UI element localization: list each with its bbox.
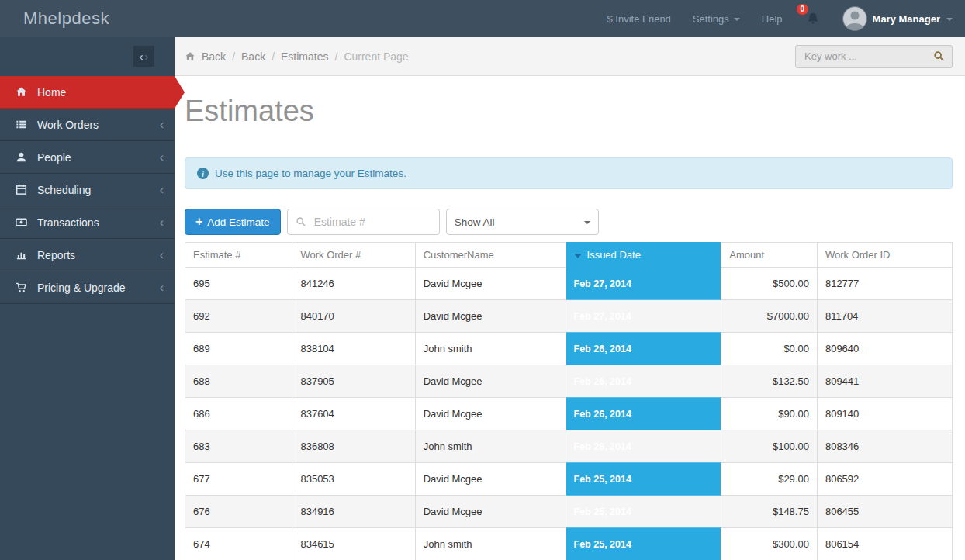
column-header-customername[interactable]: CustomerName [415,243,566,268]
toolbar: + Add Estimate Show All [185,209,953,235]
table-cell: $132.50 [721,365,818,398]
sidebar-item-reports[interactable]: Reports‹ [0,239,175,271]
info-icon: i [197,168,209,179]
info-alert: i Use this page to manage your Estimates… [185,157,953,189]
sidebar-item-pricing-upgrade[interactable]: Pricing & Upgrade‹ [0,271,175,304]
main-content: Back/Back/Estimates/Current Page Estimat… [175,37,965,560]
table-cell: John smith [415,528,566,560]
table-cell: 809140 [817,398,952,430]
table-row[interactable]: 683836808John smithFeb 26, 2014$100.0080… [185,430,953,463]
chevron-down-icon [946,18,953,21]
chevron-left-icon: ‹ [160,151,164,164]
column-header-issued-date[interactable]: Issued Date [566,243,721,268]
transactions-icon [16,216,29,228]
table-cell: 692 [185,300,292,333]
sidebar-item-transactions[interactable]: Transactions‹ [0,206,175,239]
brand-logo[interactable]: Mhelpdesk [23,9,109,29]
sidebar-item-people[interactable]: People‹ [0,141,175,174]
column-header-amount[interactable]: Amount [721,243,818,268]
table-cell: David Mcgee [415,365,566,398]
chevron-down-icon [734,18,740,21]
column-header-work-order[interactable]: Work Order # [292,243,415,268]
table-row[interactable]: 686837604David McgeeFeb 26, 2014$90.0080… [185,398,953,430]
topbar-search [795,45,953,68]
table-cell: Feb 27, 2014 [566,268,721,300]
table-row[interactable]: 677835053David McgeeFeb 25, 2014$29.0080… [185,463,953,496]
add-estimate-button[interactable]: + Add Estimate [185,209,281,235]
table-header-row: Estimate #Work Order #CustomerNameIssued… [185,243,953,268]
column-header-estimate[interactable]: Estimate # [185,243,292,268]
estimate-search-box [287,209,440,235]
table-cell: 809640 [817,333,952,365]
breadcrumb-item[interactable]: Back [241,50,265,63]
notifications-button[interactable]: 0 [806,12,820,26]
sidebar-collapse-control[interactable]: ‹ › [133,46,154,67]
topbar: Mhelpdesk $ Invite Friend Settings Help … [0,0,965,37]
table-row[interactable]: 674834615John smithFeb 25, 2014$300.0080… [185,528,953,560]
table-row[interactable]: 676834916David McgeeFeb 25, 2014$148.758… [185,496,953,528]
home-icon [185,51,195,62]
table-cell: $300.00 [721,528,818,560]
breadcrumb-item[interactable]: Back [202,50,226,63]
table-cell: 809441 [817,365,952,398]
scheduling-icon [16,184,29,195]
table-cell: 841246 [292,268,415,300]
breadcrumb-item[interactable]: Estimates [281,50,328,63]
invite-friend-link[interactable]: $ Invite Friend [607,13,670,25]
table-cell: 835053 [292,463,415,496]
table-row[interactable]: 692840170David McgeeFeb 27, 2014$7000.00… [185,300,953,333]
status-filter-select[interactable]: Show All [446,209,599,235]
sidebar-item-scheduling[interactable]: Scheduling‹ [0,174,175,206]
settings-menu[interactable]: Settings [693,13,740,25]
table-row[interactable]: 689838104John smithFeb 26, 2014$0.008096… [185,333,953,365]
table-cell: $148.75 [721,496,818,528]
breadcrumb: Back/Back/Estimates/Current Page [202,50,409,63]
table-cell: 676 [185,496,292,528]
chevron-left-icon: ‹ [160,216,164,229]
estimate-search-input[interactable] [313,215,431,229]
search-icon[interactable] [933,50,945,62]
column-header-work-order-id[interactable]: Work Order ID [817,243,952,268]
table-cell: $29.00 [721,463,818,496]
table-cell: 837905 [292,365,415,398]
table-cell: 674 [185,528,292,560]
estimates-table: Estimate #Work Order #CustomerNameIssued… [185,242,953,560]
info-alert-text: Use this page to manage your Estimates. [215,168,406,179]
table-cell: 812777 [817,268,952,300]
page-body: Estimates i Use this page to manage your… [175,95,965,560]
people-icon [16,151,29,163]
table-cell: 683 [185,430,292,463]
user-menu[interactable]: Mary Manager [843,7,953,30]
table-cell: 808346 [817,430,952,463]
reports-icon [16,249,29,261]
table-cell: Feb 26, 2014 [566,333,721,365]
sidebar-item-home[interactable]: Home [0,76,175,109]
table-cell: Feb 25, 2014 [566,528,721,560]
table-cell: 689 [185,333,292,365]
breadcrumb-bar: Back/Back/Estimates/Current Page [175,37,965,76]
breadcrumb-item: Current Page [344,50,408,63]
table-cell: 806154 [817,528,952,560]
sidebar-item-work-orders[interactable]: Work Orders‹ [0,109,175,141]
home-icon [16,86,29,98]
table-cell: Feb 27, 2014 [566,300,721,333]
table-cell: $7000.00 [721,300,818,333]
keyword-search-input[interactable] [803,50,933,63]
column-header-label: Work Order ID [825,249,891,261]
chevron-right-icon: › [145,51,149,62]
table-cell: 836808 [292,430,415,463]
table-cell: $500.00 [721,268,818,300]
table-cell: 806592 [817,463,952,496]
table-cell: David Mcgee [415,398,566,430]
table-cell: $0.00 [721,333,818,365]
topbar-right: $ Invite Friend Settings Help 0 Mary Man… [607,7,965,30]
table-cell: 834916 [292,496,415,528]
table-row[interactable]: 688837905David McgeeFeb 26, 2014$132.508… [185,365,953,398]
table-cell: Feb 26, 2014 [566,398,721,430]
column-header-label: CustomerName [424,249,494,261]
avatar [843,7,866,30]
table-cell: Feb 26, 2014 [566,430,721,463]
table-row[interactable]: 695841246David McgeeFeb 27, 2014$500.008… [185,268,953,300]
help-link[interactable]: Help [762,13,783,25]
breadcrumb-separator: / [272,50,275,63]
